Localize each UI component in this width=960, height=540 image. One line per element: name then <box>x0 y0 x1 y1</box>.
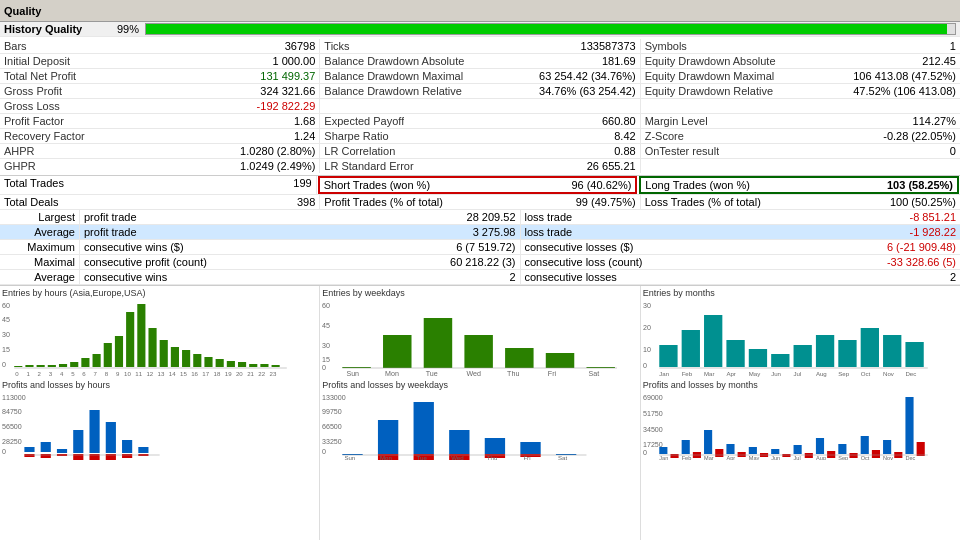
entries-hours-chart: 60 45 30 15 0 <box>2 300 317 378</box>
svg-text:Sep: Sep <box>838 455 848 460</box>
stat-bars-label: Bars <box>4 40 27 52</box>
svg-rect-21 <box>193 354 201 367</box>
svg-text:Feb: Feb <box>681 371 692 377</box>
svg-text:Mar: Mar <box>704 371 715 377</box>
svg-text:Nov: Nov <box>883 371 894 377</box>
svg-rect-26 <box>249 364 257 367</box>
svg-rect-178 <box>916 442 924 456</box>
svg-text:Tue: Tue <box>426 370 438 377</box>
svg-rect-16 <box>137 304 145 367</box>
svg-text:33250: 33250 <box>322 438 342 445</box>
svg-text:Aug: Aug <box>816 455 826 460</box>
svg-rect-25 <box>238 362 246 367</box>
svg-text:17: 17 <box>202 371 209 377</box>
svg-rect-126 <box>681 330 699 367</box>
svg-rect-66 <box>138 447 148 453</box>
svg-text:4: 4 <box>60 371 64 377</box>
svg-text:113000: 113000 <box>2 394 26 401</box>
svg-text:23: 23 <box>270 371 277 377</box>
svg-rect-136 <box>905 342 923 367</box>
svg-text:Fri: Fri <box>548 370 557 377</box>
svg-text:51750: 51750 <box>643 410 663 417</box>
stats-area: Bars 36798 Ticks 133587373 Symbols 1 Ini… <box>0 37 960 176</box>
svg-rect-63 <box>89 410 99 453</box>
svg-text:Jan: Jan <box>659 371 669 377</box>
svg-rect-67 <box>24 454 34 457</box>
stat-bars: Bars 36798 <box>0 39 320 53</box>
svg-text:28250: 28250 <box>2 438 22 445</box>
trades-main-row: Total Trades 199 Short Trades (won %) 96… <box>0 176 960 195</box>
stat-symbols-value: 1 <box>950 40 956 52</box>
svg-rect-28 <box>272 365 280 367</box>
svg-rect-169 <box>715 449 723 457</box>
svg-text:7: 7 <box>94 371 98 377</box>
quality-bar <box>146 24 947 34</box>
svg-text:0: 0 <box>2 361 6 368</box>
quality-stat-label: History Quality <box>4 23 104 35</box>
svg-rect-68 <box>41 454 51 458</box>
svg-text:Apr: Apr <box>726 455 735 460</box>
svg-text:Tue: Tue <box>417 455 428 460</box>
svg-text:5: 5 <box>71 371 75 377</box>
svg-text:15: 15 <box>180 371 187 377</box>
svg-text:1: 1 <box>26 371 30 377</box>
svg-text:Nov: Nov <box>883 455 893 460</box>
stat-ticks: Ticks 133587373 <box>320 39 640 53</box>
svg-text:Sun: Sun <box>347 370 360 377</box>
svg-text:Sun: Sun <box>345 455 356 460</box>
svg-rect-172 <box>782 454 790 457</box>
svg-rect-158 <box>726 444 734 454</box>
svg-text:6: 6 <box>82 371 86 377</box>
quality-stat-value: 99% <box>104 23 139 35</box>
svg-rect-22 <box>204 357 212 367</box>
quality-bar-container <box>145 23 956 35</box>
svg-rect-103 <box>414 402 434 454</box>
svg-rect-61 <box>57 449 67 453</box>
svg-rect-73 <box>122 454 132 458</box>
svg-text:Sat: Sat <box>589 370 600 377</box>
svg-text:84750: 84750 <box>2 408 22 415</box>
entries-weekdays-chart: 60 45 30 15 0 Sun Mon Tue Wed Thu Fri <box>322 300 637 378</box>
stats-row-grossprofit: Gross Profit 324 321.66 Balance Drawdown… <box>0 84 960 99</box>
stat-symbols: Symbols 1 <box>641 39 960 53</box>
svg-rect-104 <box>449 430 469 454</box>
svg-text:Mon: Mon <box>380 455 392 460</box>
stats-row-profitfactor: Profit Factor 1.68 Expected Payoff 660.8… <box>0 114 960 129</box>
svg-rect-8 <box>48 365 56 367</box>
svg-text:Jul: Jul <box>793 371 801 377</box>
svg-text:66500: 66500 <box>322 423 342 430</box>
svg-text:Dec: Dec <box>905 455 915 460</box>
stat-initial-deposit: Initial Deposit 1 000.00 <box>0 54 320 68</box>
svg-rect-20 <box>182 350 190 367</box>
svg-rect-130 <box>771 354 789 367</box>
svg-text:2: 2 <box>38 371 42 377</box>
stat-ticks-value: 133587373 <box>581 40 636 52</box>
svg-rect-82 <box>383 335 411 368</box>
svg-text:Jul: Jul <box>793 455 800 460</box>
svg-text:Jun: Jun <box>771 371 781 377</box>
svg-text:20: 20 <box>643 324 651 331</box>
chart-entries-hours: Entries by hours (Asia,Europe,USA) 60 45… <box>0 286 320 540</box>
svg-rect-135 <box>883 335 901 367</box>
svg-text:Fri: Fri <box>524 455 531 460</box>
svg-text:10: 10 <box>124 371 131 377</box>
svg-text:Oct: Oct <box>860 455 869 460</box>
svg-text:16: 16 <box>191 371 198 377</box>
svg-text:Sep: Sep <box>838 371 849 377</box>
svg-rect-83 <box>424 318 452 368</box>
svg-text:60: 60 <box>322 302 330 309</box>
svg-rect-162 <box>816 438 824 454</box>
svg-rect-127 <box>704 315 722 367</box>
svg-text:Mar: Mar <box>704 455 714 460</box>
svg-rect-17 <box>148 328 156 367</box>
svg-rect-86 <box>546 353 574 368</box>
svg-rect-85 <box>505 348 533 368</box>
svg-text:11: 11 <box>135 371 142 377</box>
svg-text:56500: 56500 <box>2 423 22 430</box>
svg-text:45: 45 <box>322 322 330 329</box>
long-trades-cell: Long Trades (won %) 103 (58.25%) <box>639 176 959 194</box>
svg-text:0: 0 <box>15 371 19 377</box>
svg-text:Thu: Thu <box>507 370 519 377</box>
svg-rect-60 <box>41 442 51 452</box>
svg-text:9: 9 <box>116 371 120 377</box>
